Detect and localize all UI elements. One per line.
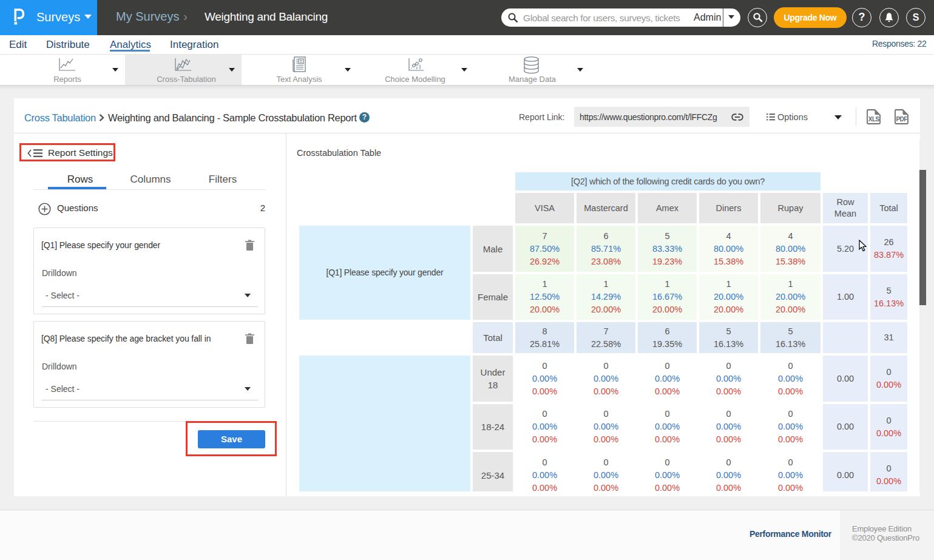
svg-text:XLS: XLS [868,116,880,123]
svg-text:PDF: PDF [896,116,907,123]
